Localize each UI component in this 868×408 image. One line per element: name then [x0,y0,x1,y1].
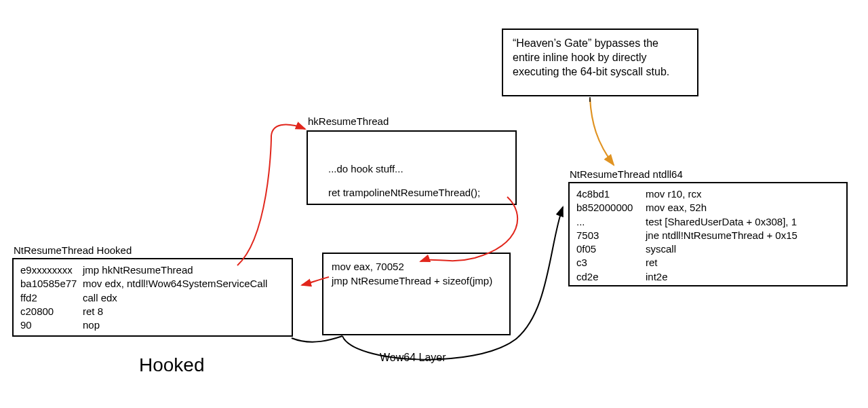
hooked-code-row: ba10585e77mov edx, ntdll!Wow64SystemServ… [20,277,285,291]
hex-bytes: ... [576,215,646,229]
arrow-hk-to-trampoline [420,197,517,261]
hooked-title: NtResumeThread Hooked [14,244,132,256]
callout-box: “Heaven’s Gate” bypasses the entire inli… [502,29,698,96]
trampoline-line2: jmp NtResumeThread + sizeof(jmp) [332,275,501,286]
ntdll64-box: 4c8bd1mov r10, rcxb852000000mov eax, 52h… [568,182,848,286]
hex-bytes: e9xxxxxxxx [20,263,83,277]
trampoline-box: mov eax, 70052 jmp NtResumeThread + size… [322,253,511,335]
arrow-callout-to-ntdll64 [590,98,614,165]
asm-text: ret 8 [83,305,285,318]
hex-bytes: ba10585e77 [20,277,83,291]
trampoline-line1: mov eax, 70052 [332,261,501,272]
asm-text: jmp hkNtResumeThread [83,263,285,277]
hkresumethread-body2: ret trampolineNtResumeThread(); [328,187,509,198]
asm-text: mov r10, rcx [646,187,840,201]
ntdll64-title: NtResumeThread ntdll64 [570,168,683,180]
asm-text: jne ntdll!NtResumeThread + 0x15 [646,229,840,242]
hex-bytes: 0f05 [576,242,646,256]
hex-bytes: c20800 [20,305,83,318]
hex-bytes: 7503 [576,229,646,242]
hooked-code-row: 90nop [20,318,285,332]
ntdll64-code-row: 7503jne ntdll!NtResumeThread + 0x15 [576,229,840,242]
asm-text: test [SharedUserData + 0x308], 1 [646,215,840,229]
asm-text: mov edx, ntdll!Wow64SystemServiceCall [83,277,285,291]
hex-bytes: cd2e [576,270,646,284]
hooked-code-row: c20800ret 8 [20,305,285,318]
wow64-label: Wow64 Layer [380,352,446,364]
ntdll64-code-row: 0f05syscall [576,242,840,256]
hex-bytes: ffd2 [20,291,83,305]
hooked-code-row: ffd2call edx [20,291,285,305]
hex-bytes: b852000000 [576,201,646,215]
ntdll64-code-row: 4c8bd1mov r10, rcx [576,187,840,201]
asm-text: nop [83,318,285,332]
hex-bytes: c3 [576,256,646,270]
hkresumethread-title: hkResumeThread [308,115,389,127]
asm-text: int2e [646,270,840,284]
arrow-hooked-to-hk [237,125,305,265]
hooked-code-row: e9xxxxxxxxjmp hkNtResumeThread [20,263,285,277]
hex-bytes: 90 [20,318,83,332]
hooked-big-label: Hooked [139,354,205,376]
hkresumethread-body1: ...do hook stuff... [328,163,509,174]
asm-text: ret [646,256,840,270]
hooked-box: e9xxxxxxxxjmp hkNtResumeThreadba10585e77… [12,258,293,337]
asm-text: call edx [83,291,285,305]
hex-bytes: 4c8bd1 [576,187,646,201]
ntdll64-code-row: b852000000mov eax, 52h [576,201,840,215]
asm-text: mov eax, 52h [646,201,840,215]
ntdll64-code-row: c3ret [576,256,840,270]
ntdll64-code-row: cd2eint2e [576,270,840,284]
hkresumethread-box: ...do hook stuff... ret trampolineNtResu… [307,130,517,205]
ntdll64-code-row: ...test [SharedUserData + 0x308], 1 [576,215,840,229]
underline-wow64 [292,336,342,342]
callout-text: “Heaven’s Gate” bypasses the entire inli… [513,37,669,77]
asm-text: syscall [646,242,840,256]
